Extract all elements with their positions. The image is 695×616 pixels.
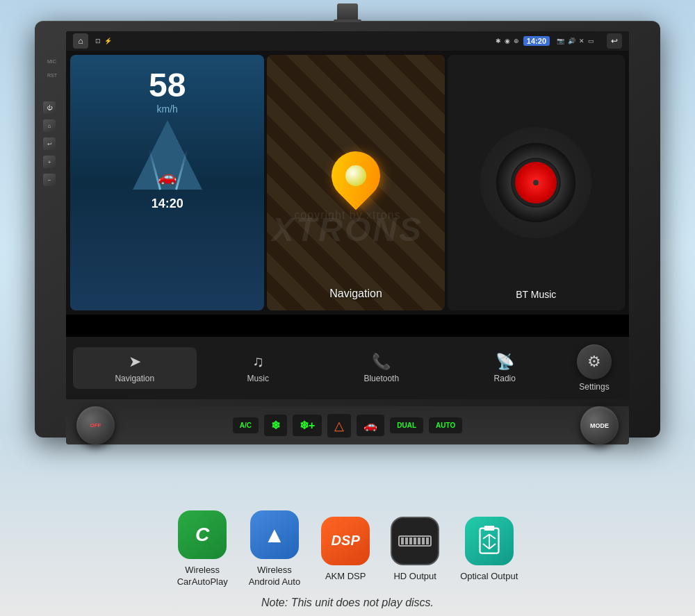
nav-item-music-label: Music: [247, 374, 269, 383]
status-right-icons: 📷 🔊 ✕ ▭: [557, 38, 594, 44]
speed-road: 🚗: [126, 120, 209, 190]
status-center-icons: ✱ ◉ ⊕: [496, 38, 519, 44]
svg-line-12: [489, 535, 496, 539]
settings-knob: ⚙: [577, 344, 612, 379]
optical-icon-container: [465, 517, 514, 565]
feature-hd-output: HD Output: [391, 517, 439, 583]
nav-item-settings[interactable]: ⚙ Settings: [566, 339, 622, 397]
fan-plus-button[interactable]: ❄+: [293, 415, 322, 436]
auto-label: AUTO: [436, 422, 455, 429]
fan-icon: ❄: [271, 419, 280, 432]
dsp-icon: DSP: [332, 533, 360, 549]
nav-item-settings-label: Settings: [579, 382, 609, 392]
svg-rect-4: [414, 538, 416, 544]
nav-item-radio-label: Radio: [494, 374, 516, 383]
nav-item-music[interactable]: ♫ Music: [197, 347, 320, 389]
svg-rect-1: [401, 538, 404, 544]
svg-rect-9: [484, 526, 494, 531]
status-icons: ⊡ ⚡: [95, 38, 112, 44]
right-knob[interactable]: MODE: [580, 406, 619, 444]
svg-line-13: [483, 544, 489, 549]
screen: copyright by xtrons ⌂ ⊡ ⚡ ✱ ◉ ⊕ 14:20 📷 …: [66, 31, 629, 399]
nav-item-navigation-label: Navigation: [115, 374, 154, 383]
nav-bar: ➤ Navigation ♫ Music 📞 Bluetooth 📡 Radio: [66, 337, 629, 399]
carplay-icon-container: C: [178, 510, 227, 559]
car-icon: 🚗: [158, 168, 177, 186]
auto-button[interactable]: AUTO: [429, 417, 462, 433]
nav-item-bluetooth-label: Bluetooth: [363, 374, 399, 383]
ac-label: A/C: [240, 422, 252, 429]
usb-icon: ⚡: [104, 38, 112, 44]
wifi-status-icon: ⊕: [514, 38, 519, 44]
home-side-button[interactable]: ⌂: [43, 119, 56, 132]
hazard-button[interactable]: △: [327, 414, 351, 438]
hdmi-icon-container: [391, 517, 439, 565]
feature-strip: C WirelessCarAutoPlay ▲ WirelessAndroid …: [35, 510, 660, 588]
speed-widget[interactable]: 58 km/h 🚗 14:20: [70, 55, 264, 310]
feature-dsp: DSP AKM DSP: [321, 517, 370, 583]
svg-rect-3: [409, 538, 412, 544]
feature-optical: Optical Output: [460, 517, 518, 583]
left-knob[interactable]: OFF: [76, 406, 115, 444]
volume-status-icon: 🔊: [568, 38, 575, 44]
window-status-icon: ▭: [588, 38, 594, 44]
back-button-status[interactable]: ↩: [607, 33, 622, 49]
nav-item-navigation[interactable]: ➤ Navigation: [73, 347, 197, 389]
android-auto-icon-container: ▲: [250, 510, 299, 559]
feature-carplay: C WirelessCarAutoPlay: [177, 510, 228, 588]
carplay-icon: C: [195, 524, 209, 546]
dsp-label: AKM DSP: [325, 571, 366, 583]
outer-bezel: MIC RST ⏻ ⌂ ↩ + − copyright by xtrons ⌂ …: [35, 21, 660, 438]
unit-container: MIC RST ⏻ ⌂ ↩ + − copyright by xtrons ⌂ …: [35, 21, 660, 465]
power-button[interactable]: ⏻: [43, 101, 56, 114]
location-status-icon: ◉: [505, 38, 510, 44]
nav-item-radio[interactable]: 📡 Radio: [443, 347, 567, 389]
fan-plus-icon: ❄+: [300, 419, 315, 432]
svg-rect-6: [422, 538, 425, 544]
home-button[interactable]: ⌂: [73, 33, 88, 49]
music-widget[interactable]: BT Music: [448, 55, 625, 310]
vinyl-record: [480, 127, 591, 238]
camera-status-icon: 📷: [557, 38, 564, 44]
hd-output-label: HD Output: [393, 571, 436, 583]
fan-icon-button[interactable]: ❄: [264, 415, 287, 436]
svg-rect-5: [418, 538, 420, 544]
radio-icon: 📡: [496, 353, 514, 371]
back-side-button[interactable]: ↩: [43, 138, 56, 150]
control-buttons: A/C ❄ ❄+ △ 🚗 DUAL AUTO: [115, 414, 580, 438]
defrost-icon: 🚗: [363, 419, 377, 432]
svg-rect-2: [405, 538, 408, 544]
nav-widget[interactable]: Navigation: [267, 55, 444, 310]
hdmi-icon: [398, 531, 432, 551]
nav-pin-inner: [345, 165, 366, 186]
optical-label: Optical Output: [460, 571, 518, 583]
speed-time: 14:20: [152, 197, 183, 211]
nav-item-bluetooth[interactable]: 📞 Bluetooth: [320, 347, 443, 389]
vol-up-button[interactable]: +: [43, 156, 56, 168]
left-knob-label: OFF: [90, 422, 101, 428]
feature-android-auto: ▲ WirelessAndroid Auto: [249, 510, 300, 588]
vol-down-button[interactable]: −: [43, 174, 56, 186]
android-auto-icon: ▲: [263, 522, 286, 548]
nav-widget-label: Navigation: [329, 288, 382, 300]
dual-button[interactable]: DUAL: [390, 417, 423, 433]
bluetooth-nav-icon: 📞: [372, 353, 391, 371]
controls-area: OFF A/C ❄ ❄+ △ 🚗 DUAL: [66, 406, 629, 444]
optical-icon: [475, 525, 503, 556]
android-auto-label: WirelessAndroid Auto: [249, 565, 300, 588]
right-knob-label: MODE: [590, 422, 609, 429]
main-content: 58 km/h 🚗 14:20: [66, 51, 629, 315]
dsp-icon-container: DSP: [321, 517, 370, 565]
svg-line-11: [483, 535, 489, 539]
status-bar: ⌂ ⊡ ⚡ ✱ ◉ ⊕ 14:20 📷 🔊 ✕ ▭: [66, 31, 629, 51]
bluetooth-status-icon: ✱: [496, 38, 501, 44]
speed-unit: km/h: [156, 103, 177, 115]
side-buttons: ⏻ ⌂ ↩ + −: [43, 63, 57, 186]
music-widget-label: BT Music: [516, 289, 556, 300]
navigation-icon: ➤: [129, 353, 141, 371]
hazard-icon: △: [334, 418, 344, 433]
ac-button[interactable]: A/C: [233, 417, 259, 433]
defrost-button[interactable]: 🚗: [357, 415, 384, 436]
vinyl-dot: [533, 180, 539, 185]
note-text: Note: This unit does not play discs.: [0, 597, 695, 609]
